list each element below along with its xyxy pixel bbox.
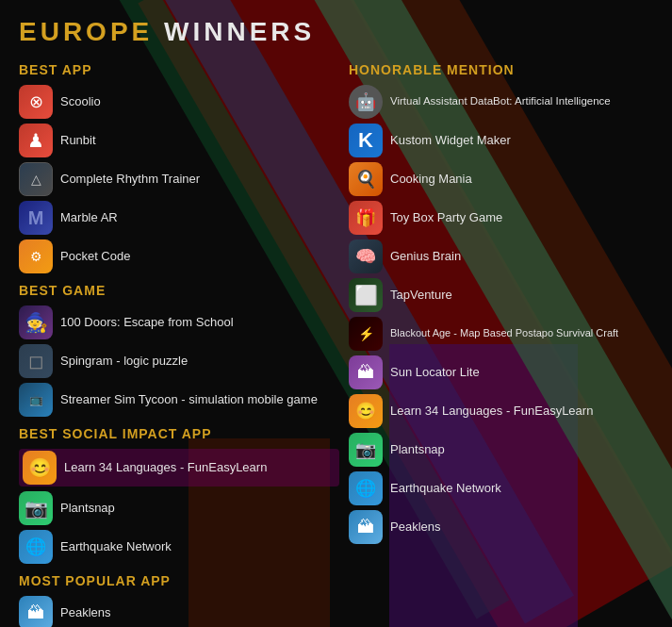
list-item: ⚙ Pocket Code bbox=[19, 239, 339, 273]
list-item: 📷 Plantsnap bbox=[19, 491, 339, 525]
app-name-pocket: Pocket Code bbox=[60, 249, 130, 264]
app-name-scoolio: Scoolio bbox=[60, 94, 101, 109]
list-item: 🏔 Sun Locator Lite bbox=[349, 355, 653, 389]
list-item: 🏔 Peaklens bbox=[349, 510, 653, 544]
section-honorable-title: HONORABLE MENTION bbox=[349, 62, 653, 77]
learn34-left-icon: 😊 bbox=[23, 451, 57, 485]
app-name-peaklens-right: Peaklens bbox=[390, 520, 440, 535]
app-name-spingram: Spingram - logic puzzle bbox=[60, 354, 188, 369]
app-name-runbit: Runbit bbox=[60, 133, 96, 148]
peaklens-right-icon: 🏔 bbox=[349, 510, 383, 544]
genius-icon: 🧠 bbox=[349, 239, 383, 273]
runbit-icon: ♟ bbox=[19, 124, 53, 157]
list-item: 🧙 100 Doors: Escape from School bbox=[19, 305, 339, 339]
pocket-icon: ⚙ bbox=[19, 239, 53, 273]
list-item: ⚡ Blackout Age - Map Based Postapo Survi… bbox=[349, 317, 653, 351]
most-popular-list: 🏔 Peaklens bbox=[19, 596, 339, 627]
list-item: 🏔 Peaklens bbox=[19, 596, 339, 627]
app-name-databot: Virtual Assistant DataBot: Artificial In… bbox=[390, 95, 611, 108]
tapventure-icon: ⬜ bbox=[349, 278, 383, 312]
list-item: 😊 Learn 34 Languages - FunEasyLearn bbox=[349, 394, 653, 428]
list-item: M Marble AR bbox=[19, 201, 339, 235]
streamer-icon: 📺 bbox=[19, 383, 53, 417]
best-app-list: ⊗ Scoolio ♟ Runbit △ Complete Rhythm Tra… bbox=[19, 85, 339, 273]
left-column: BEST APP ⊗ Scoolio ♟ Runbit △ Complete R… bbox=[19, 62, 339, 627]
app-name-plantsnap-left: Plantsnap bbox=[60, 501, 115, 516]
blackout-icon: ⚡ bbox=[349, 317, 383, 351]
earthquake-right-icon: 🌐 bbox=[349, 471, 383, 505]
app-name-blackout: Blackout Age - Map Based Postapo Surviva… bbox=[390, 327, 618, 339]
list-item: K Kustom Widget Maker bbox=[349, 124, 653, 157]
app-name-toybox: Toy Box Party Game bbox=[390, 210, 502, 225]
best-social-list: 😊 Learn 34 Languages - FunEasyLearn 📷 Pl… bbox=[19, 449, 339, 564]
right-column: HONORABLE MENTION 🤖 Virtual Assistant Da… bbox=[349, 62, 653, 627]
toybox-icon: 🎁 bbox=[349, 201, 383, 235]
section-social-title: BEST SOCIAL IMPACT APP bbox=[19, 426, 339, 441]
earthquake-left-icon: 🌐 bbox=[19, 530, 53, 564]
app-name-sunlocator: Sun Locator Lite bbox=[390, 365, 480, 380]
columns-container: BEST APP ⊗ Scoolio ♟ Runbit △ Complete R… bbox=[19, 62, 653, 627]
plantsnap-right-icon: 📷 bbox=[349, 433, 383, 467]
app-name-learn34-right: Learn 34 Languages - FunEasyLearn bbox=[390, 404, 593, 419]
main-content: EUROPE WINNERS BEST APP ⊗ Scoolio ♟ Runb… bbox=[0, 0, 672, 627]
honorable-mention-list: 🤖 Virtual Assistant DataBot: Artificial … bbox=[349, 85, 653, 544]
app-name-peaklens-left: Peaklens bbox=[60, 605, 110, 620]
title-europe: EUROPE bbox=[19, 17, 153, 46]
app-name-rhythm: Complete Rhythm Trainer bbox=[60, 172, 200, 187]
scoolio-icon: ⊗ bbox=[19, 85, 53, 119]
list-item: 🧠 Genius Brain bbox=[349, 239, 653, 273]
learn34-right-icon: 😊 bbox=[349, 394, 383, 428]
kustom-icon: K bbox=[349, 124, 383, 157]
list-item: 🌐 Earthquake Network bbox=[349, 471, 653, 505]
sunlocator-icon: 🏔 bbox=[349, 355, 383, 389]
list-item: 🌐 Earthquake Network bbox=[19, 530, 339, 564]
app-name-marble: Marble AR bbox=[60, 210, 118, 225]
plantsnap-left-icon: 📷 bbox=[19, 491, 53, 525]
list-item: ◻ Spingram - logic puzzle bbox=[19, 344, 339, 378]
app-name-cooking: Cooking Mania bbox=[390, 172, 472, 187]
list-item: 🤖 Virtual Assistant DataBot: Artificial … bbox=[349, 85, 653, 119]
page-title: EUROPE WINNERS bbox=[19, 17, 653, 47]
list-item: ⊗ Scoolio bbox=[19, 85, 339, 119]
list-item: 🍳 Cooking Mania bbox=[349, 162, 653, 196]
rhythm-icon: △ bbox=[19, 162, 53, 196]
app-name-plantsnap-right: Plantsnap bbox=[390, 442, 445, 457]
list-item: 🎁 Toy Box Party Game bbox=[349, 201, 653, 235]
app-name-streamer: Streamer Sim Tycoon - simulation mobile … bbox=[60, 392, 318, 407]
list-item: 📷 Plantsnap bbox=[349, 433, 653, 467]
list-item: ♟ Runbit bbox=[19, 124, 339, 157]
databot-icon: 🤖 bbox=[349, 85, 383, 119]
app-name-earthquake-right: Earthquake Network bbox=[390, 481, 501, 496]
title-winners: WINNERS bbox=[153, 17, 315, 46]
list-item: ⬜ TapVenture bbox=[349, 278, 653, 312]
list-item: 😊 Learn 34 Languages - FunEasyLearn bbox=[19, 449, 339, 487]
section-popular-title: MOST POPULAR APP bbox=[19, 573, 339, 588]
app-name-earthquake-left: Earthquake Network bbox=[60, 539, 172, 554]
list-item: △ Complete Rhythm Trainer bbox=[19, 162, 339, 196]
list-item: 📺 Streamer Sim Tycoon - simulation mobil… bbox=[19, 383, 339, 417]
100doors-icon: 🧙 bbox=[19, 305, 53, 339]
app-name-learn34-left: Learn 34 Languages - FunEasyLearn bbox=[64, 460, 267, 475]
peaklens-left-icon: 🏔 bbox=[19, 596, 53, 627]
section-best-game-title: BEST GAME bbox=[19, 283, 339, 298]
best-game-list: 🧙 100 Doors: Escape from School ◻ Spingr… bbox=[19, 305, 339, 417]
app-name-100doors: 100 Doors: Escape from School bbox=[60, 315, 234, 330]
cooking-icon: 🍳 bbox=[349, 162, 383, 196]
marble-icon: M bbox=[19, 201, 53, 235]
app-name-tapventure: TapVenture bbox=[390, 288, 452, 303]
spingram-icon: ◻ bbox=[19, 344, 53, 378]
app-name-genius: Genius Brain bbox=[390, 249, 461, 264]
app-name-kustom: Kustom Widget Maker bbox=[390, 133, 511, 148]
section-best-app-title: BEST APP bbox=[19, 62, 339, 77]
